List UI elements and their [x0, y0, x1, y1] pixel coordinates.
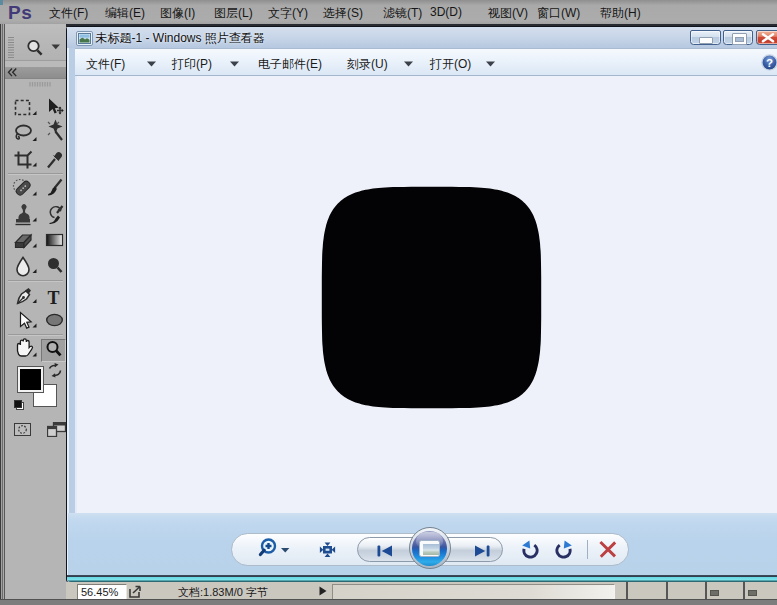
svg-text:?: ? [766, 56, 773, 68]
